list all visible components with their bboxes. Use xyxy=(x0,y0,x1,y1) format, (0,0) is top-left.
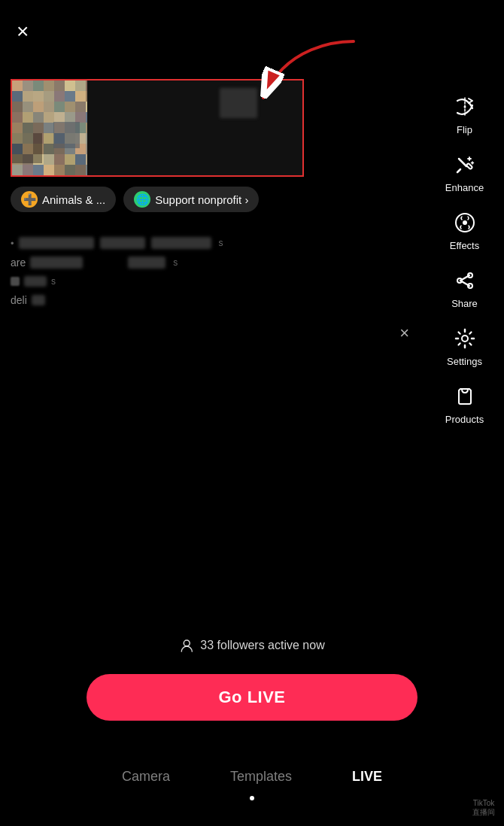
share-icon xyxy=(451,266,479,295)
content-close-button[interactable]: × xyxy=(399,323,409,343)
svg-point-11 xyxy=(463,220,467,225)
products-label: Products xyxy=(445,414,484,425)
content-s3: s xyxy=(51,276,56,287)
followers-text: 33 followers active now xyxy=(200,639,324,652)
settings-label: Settings xyxy=(447,356,482,367)
blur-block-8 xyxy=(32,295,45,305)
sidebar-item-settings[interactable]: Settings xyxy=(425,318,504,373)
blur-block-6 xyxy=(11,277,20,286)
preview-thumbnail xyxy=(12,80,87,177)
followers-row: 33 followers active now xyxy=(179,638,324,653)
sidebar-item-enhance[interactable]: Enhance xyxy=(425,144,504,199)
blur-block-1 xyxy=(19,237,94,249)
sidebar-item-products[interactable]: Products xyxy=(425,376,504,431)
animals-badge-label: Animals & ... xyxy=(42,193,105,206)
svg-point-16 xyxy=(184,640,190,646)
products-icon xyxy=(451,382,479,411)
content-s1: s xyxy=(219,238,223,248)
blur-block-2 xyxy=(100,237,145,249)
animals-badge[interactable]: ➕ Animals & ... xyxy=(11,187,116,212)
blur-block-7 xyxy=(24,276,47,287)
nav-camera[interactable]: Camera xyxy=(122,769,170,785)
nav-templates[interactable]: Templates xyxy=(230,769,292,785)
nonprofit-badge[interactable]: 🌐 Support nonprofit › xyxy=(123,187,259,212)
blur-block-4 xyxy=(30,257,83,269)
svg-line-5 xyxy=(457,169,460,172)
followers-icon xyxy=(179,638,194,653)
nonprofit-badge-label: Support nonprofit › xyxy=(155,193,248,206)
settings-icon xyxy=(451,324,479,353)
flip-icon xyxy=(451,93,479,121)
sidebar-item-flip[interactable]: Flip xyxy=(425,87,504,141)
content-s2: s xyxy=(173,257,178,268)
svg-line-3 xyxy=(459,159,466,166)
enhance-icon xyxy=(451,150,479,179)
content-deli: deli xyxy=(11,294,27,306)
effects-icon xyxy=(451,208,479,237)
nav-indicator-dot xyxy=(250,796,254,800)
svg-point-15 xyxy=(462,336,468,342)
enhance-label: Enhance xyxy=(445,182,484,193)
nav-live[interactable]: LIVE xyxy=(352,769,382,785)
sidebar-item-share[interactable]: Share xyxy=(425,260,504,315)
blur-block-3 xyxy=(151,237,211,249)
sidebar-item-effects[interactable]: Effects xyxy=(425,202,504,257)
content-dot: • xyxy=(11,238,14,249)
right-sidebar: Flip Enhance xyxy=(425,87,504,431)
tiktok-watermark: TikTok 直播间 xyxy=(472,799,495,817)
badges-row: ➕ Animals & ... 🌐 Support nonprofit › xyxy=(11,187,259,212)
svg-rect-4 xyxy=(466,163,472,169)
go-live-button[interactable]: Go LIVE xyxy=(87,674,417,721)
effects-label: Effects xyxy=(450,240,480,251)
close-button[interactable]: × xyxy=(17,21,29,42)
animals-badge-icon: ➕ xyxy=(21,191,38,208)
share-label: Share xyxy=(451,298,478,309)
content-area: • s are s s deli × xyxy=(11,233,409,361)
content-are: are xyxy=(11,257,26,269)
blur-block-5 xyxy=(128,257,165,269)
flip-label: Flip xyxy=(457,124,472,135)
red-arrow xyxy=(241,38,361,105)
bottom-nav: Camera Templates LIVE xyxy=(0,769,504,785)
nonprofit-badge-icon: 🌐 xyxy=(134,191,150,208)
